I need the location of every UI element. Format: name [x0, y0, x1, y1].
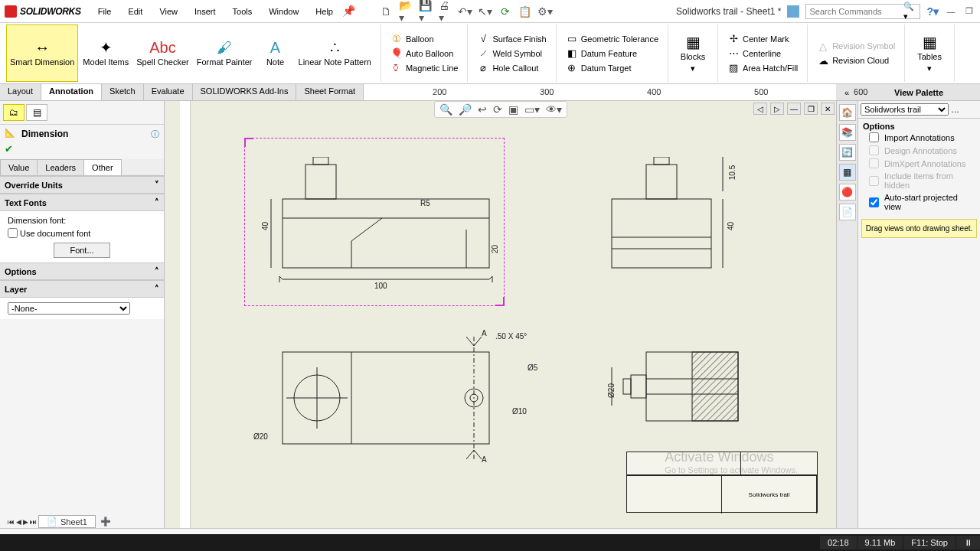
open-icon[interactable]: 📂▾ [399, 5, 413, 18]
sheet-nav-prev-icon[interactable]: ◀ [16, 518, 21, 526]
subtab-value[interactable]: Value [0, 159, 38, 175]
canvas-max-icon[interactable]: ❐ [804, 103, 818, 115]
view-top[interactable] [267, 337, 512, 467]
layer-select[interactable]: -None- [8, 302, 130, 315]
restore-icon[interactable]: ❐ [963, 5, 975, 18]
pm-ok-icon[interactable]: ✔ [0, 143, 164, 155]
tp-design-lib-icon[interactable]: 📚 [839, 124, 856, 141]
dim-40[interactable]: 40 [261, 222, 270, 230]
hide-show-icon[interactable]: 👁▾ [546, 103, 562, 116]
dim-phi20-right[interactable]: Ø20 [607, 383, 616, 398]
help-icon[interactable]: ?▾ [926, 5, 939, 18]
minimize-icon[interactable]: — [945, 5, 957, 18]
menu-view[interactable]: View [152, 4, 185, 19]
centerline-button[interactable]: ⋯Centerline [724, 46, 801, 60]
magnetic-line-button[interactable]: ⧲Magnetic Line [387, 60, 462, 75]
tp-custom-props-icon[interactable]: 📄 [839, 204, 856, 220]
sheet-nav-next-icon[interactable]: ▶ [23, 518, 28, 526]
spell-checker-button[interactable]: AbcSpell Checker [133, 24, 191, 82]
subtab-leaders[interactable]: Leaders [37, 159, 84, 175]
dim-105[interactable]: 10.5 [728, 165, 737, 180]
use-doc-font-row[interactable]: Use document font [8, 228, 156, 238]
datum-feature-button[interactable]: ◧Datum Feature [563, 46, 662, 60]
tp-home-icon[interactable]: 🏠 [839, 104, 856, 121]
display-style-icon[interactable]: ▭▾ [524, 103, 540, 116]
note-button[interactable]: ANote [257, 24, 294, 82]
vp-browse-icon[interactable]: … [951, 105, 959, 114]
geometric-tolerance-button[interactable]: ▭Geometric Tolerance [563, 31, 662, 46]
search-icon[interactable]: 🔍▾ [903, 2, 917, 21]
next-sheet-icon[interactable]: ▷ [770, 103, 784, 115]
linear-note-pattern-button[interactable]: ∴Linear Note Pattern [296, 24, 374, 82]
rec-pause-icon[interactable]: ⏸ [956, 536, 980, 549]
tab-sheet-format[interactable]: Sheet Format [296, 84, 364, 100]
dim-phi5[interactable]: Ø5 [528, 364, 537, 372]
tab-layout[interactable]: Layout [0, 84, 41, 100]
tab-sketch[interactable]: Sketch [102, 84, 144, 100]
tp-appearances-icon[interactable]: 🔴 [839, 184, 856, 201]
hole-callout-button[interactable]: ⌀Hole Callout [474, 60, 549, 75]
rebuild-icon[interactable]: ⟳ [498, 5, 512, 18]
sheet-tab-1[interactable]: 📄Sheet1 [38, 515, 96, 528]
sheet-nav-first-icon[interactable]: ⏮ [8, 518, 15, 526]
zoom-area-icon[interactable]: 🔎 [459, 103, 472, 116]
tp-file-explorer-icon[interactable]: 🔄 [839, 144, 856, 161]
pm-tab-property[interactable]: ▤ [26, 104, 47, 121]
dim-chamfer[interactable]: .50 X 45° [495, 332, 527, 341]
settings-icon[interactable]: ⚙▾ [538, 5, 552, 18]
new-icon[interactable]: 🗋 [379, 5, 393, 18]
drawing-canvas[interactable]: 🔍 🔎 ↩ ⟳ ▣ ▭▾ 👁▾ ◁ ▷ — ❐ ✕ [165, 101, 836, 528]
vp-auto-start[interactable]: Auto-start projected view [858, 191, 980, 213]
vp-model-select[interactable]: Solidworks trail [861, 103, 949, 116]
dim-100[interactable]: 100 [374, 282, 387, 290]
font-button[interactable]: Font... [54, 243, 109, 258]
pin-icon[interactable]: 📌 [342, 4, 356, 18]
tab-annotation[interactable]: Annotation [41, 84, 102, 100]
format-painter-button[interactable]: 🖌Format Painter [194, 24, 256, 82]
auto-balloon-button[interactable]: 🎈Auto Balloon [387, 46, 462, 60]
menu-tools[interactable]: Tools [225, 4, 260, 19]
model-items-button[interactable]: ✦Model Items [80, 24, 132, 82]
menu-insert[interactable]: Insert [187, 4, 224, 19]
menu-file[interactable]: File [90, 4, 119, 19]
rec-stop[interactable]: F11: Stop [903, 536, 956, 549]
section-text-fonts[interactable]: Text Fonts˄ [0, 194, 164, 211]
dim-phi20-left[interactable]: Ø20 [253, 432, 268, 441]
tp-view-palette-icon[interactable]: ▦ [839, 164, 856, 181]
center-mark-button[interactable]: ✢Center Mark [724, 31, 801, 46]
vp-import-annotations[interactable]: Import Annotations [858, 131, 980, 144]
use-doc-font-checkbox[interactable] [8, 228, 18, 238]
surface-finish-button[interactable]: √Surface Finish [474, 31, 549, 46]
section-layer[interactable]: Layer˄ [0, 280, 164, 298]
revision-cloud-button[interactable]: ☁Revision Cloud [814, 54, 898, 68]
menu-window[interactable]: Window [261, 4, 306, 19]
canvas-min-icon[interactable]: — [787, 103, 801, 115]
datum-target-button[interactable]: ⊕Datum Target [563, 60, 662, 75]
tab-evaluate[interactable]: Evaluate [144, 84, 193, 100]
menu-edit[interactable]: Edit [120, 4, 150, 19]
print-icon[interactable]: 🖨▾ [439, 5, 452, 18]
prev-view-icon[interactable]: ↩ [478, 103, 487, 116]
dim-r5[interactable]: R5 [420, 199, 430, 207]
balloon-button[interactable]: ①Balloon [387, 31, 462, 46]
dim-20[interactable]: 20 [491, 245, 499, 253]
menu-help[interactable]: Help [308, 4, 341, 19]
tables-button[interactable]: ▦Tables▾ [911, 32, 948, 73]
rotate-icon[interactable]: ⟳ [493, 103, 502, 116]
subtab-other[interactable]: Other [83, 159, 122, 175]
pm-tab-feature-manager[interactable]: 🗂 [3, 104, 24, 121]
prev-sheet-icon[interactable]: ◁ [753, 103, 767, 115]
title-block[interactable]: Solidworks trail [626, 452, 818, 513]
options-icon[interactable]: 📋 [518, 5, 532, 18]
search-input[interactable] [809, 7, 903, 16]
canvas-close-icon[interactable]: ✕ [821, 103, 835, 115]
section-options[interactable]: Options˄ [0, 262, 164, 280]
smart-dimension-button[interactable]: ↔Smart Dimension [6, 24, 78, 82]
tab-addins[interactable]: SOLIDWORKS Add-Ins [193, 84, 297, 100]
save-icon[interactable]: 💾▾ [419, 5, 433, 18]
view-section[interactable] [608, 344, 761, 444]
area-hatch-button[interactable]: ▨Area Hatch/Fill [724, 60, 801, 75]
sheet-nav-last-icon[interactable]: ⏭ [30, 518, 37, 526]
dim-40b[interactable]: 40 [727, 222, 735, 230]
weld-symbol-button[interactable]: ⟋Weld Symbol [474, 46, 549, 60]
